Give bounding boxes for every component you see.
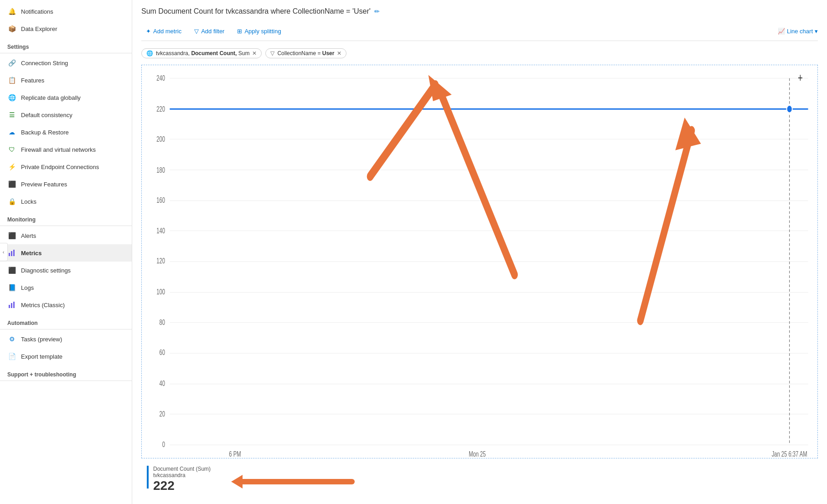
features-icon: 📋 <box>7 76 16 85</box>
chart-legend: Document Count (Sum) tvkcassandra 222 <box>141 462 818 497</box>
sidebar-item-label: Preview Features <box>21 181 67 188</box>
svg-rect-5 <box>13 302 15 308</box>
filter-chip-collection-close[interactable]: ✕ <box>337 50 341 57</box>
export-template-icon: 📄 <box>7 352 16 361</box>
legend-value: 222 <box>153 478 211 493</box>
svg-text:120: 120 <box>156 257 165 265</box>
sidebar-item-label: Metrics <box>21 250 42 257</box>
sidebar-item-label: Firewall and virtual networks <box>21 146 96 153</box>
svg-rect-0 <box>9 253 10 256</box>
toolbar-left: ✦ Add metric ▽ Add filter ⊞ Apply splitt… <box>141 26 286 37</box>
svg-text:140: 140 <box>156 227 165 235</box>
sidebar-item-default-consistency[interactable]: ☰ Default consistency <box>0 106 132 123</box>
metrics-classic-icon <box>7 300 16 309</box>
sidebar-item-locks[interactable]: 🔒 Locks <box>0 193 132 210</box>
legend-bar <box>147 466 149 489</box>
sidebar-item-alerts[interactable]: ⬛ Alerts <box>0 227 132 244</box>
svg-text:180: 180 <box>156 166 165 174</box>
filter-icon: ▽ <box>270 50 274 57</box>
sidebar-item-label: Connection String <box>21 60 68 67</box>
svg-line-42 <box>440 91 515 274</box>
svg-line-40 <box>370 85 435 176</box>
legend-arrow-annotation <box>224 466 361 493</box>
connection-string-icon: 🔗 <box>7 58 16 67</box>
sidebar-item-metrics[interactable]: Metrics <box>0 244 132 262</box>
sidebar-item-label: Logs <box>21 284 34 291</box>
sidebar-item-data-explorer[interactable]: 📦 Data Explorer <box>0 20 132 37</box>
sidebar-item-label: Tasks (preview) <box>21 336 62 343</box>
svg-text:0: 0 <box>162 441 165 448</box>
sidebar-item-features[interactable]: 📋 Features <box>0 72 132 89</box>
edit-title-icon[interactable]: ✏ <box>374 8 380 15</box>
sidebar-section-support: Support + troubleshooting <box>0 365 132 381</box>
sidebar-section-automation: Automation <box>0 314 132 329</box>
logs-icon: 📘 <box>7 283 16 292</box>
sidebar-item-label: Notifications <box>21 8 53 15</box>
chart-type-selector[interactable]: 📈 Line chart ▾ <box>778 28 818 35</box>
legend-info: Document Count (Sum) tvkcassandra 222 <box>153 466 211 493</box>
filter-chip-collection: ▽ CollectionName = User ✕ <box>265 48 346 58</box>
private-endpoint-icon: ⚡ <box>7 162 16 171</box>
metrics-icon <box>7 248 16 257</box>
filter-chip-metric-close[interactable]: ✕ <box>252 50 257 57</box>
svg-line-43 <box>641 131 692 321</box>
sidebar-item-firewall[interactable]: 🛡 Firewall and virtual networks <box>0 141 132 158</box>
chart-title: Sum Document Count for tvkcassandra wher… <box>141 7 818 15</box>
sidebar-item-export-template[interactable]: 📄 Export template <box>0 348 132 365</box>
sidebar-item-label: Private Endpoint Connections <box>21 164 99 170</box>
chart-title-text: Sum Document Count for tvkcassandra wher… <box>141 7 371 15</box>
sidebar-item-backup-restore[interactable]: ☁ Backup & Restore <box>0 123 132 141</box>
svg-text:6 PM: 6 PM <box>229 450 241 458</box>
sidebar-item-label: Alerts <box>21 232 36 239</box>
sidebar-item-label: Replicate data globally <box>21 94 81 101</box>
svg-rect-3 <box>9 305 10 308</box>
legend-source-label: tvkcassandra <box>153 472 211 478</box>
sidebar-item-label: Diagnostic settings <box>21 267 71 274</box>
svg-marker-46 <box>231 475 243 489</box>
svg-text:40: 40 <box>160 380 165 387</box>
sidebar-collapse-handle[interactable]: ‹ <box>0 243 8 261</box>
apply-splitting-button[interactable]: ⊞ Apply splitting <box>233 26 285 37</box>
add-filter-button[interactable]: ▽ Add filter <box>190 26 229 37</box>
tasks-preview-icon: ⚙ <box>7 334 16 344</box>
svg-marker-44 <box>675 118 701 150</box>
sidebar-item-label: Export template <box>21 353 62 360</box>
sidebar-item-connection-string[interactable]: 🔗 Connection String <box>0 54 132 72</box>
svg-rect-2 <box>13 250 15 256</box>
firewall-icon: 🛡 <box>7 145 16 154</box>
filter-chip-metric-text: tvkcassandra, Document Count, Sum <box>156 50 249 57</box>
sidebar-item-tasks-preview[interactable]: ⚙ Tasks (preview) <box>0 330 132 348</box>
sidebar-item-preview-features[interactable]: ⬛ Preview Features <box>0 175 132 193</box>
sidebar-item-label: Metrics (Classic) <box>21 302 65 309</box>
sidebar-item-label: Default consistency <box>21 112 72 118</box>
alerts-icon: ⬛ <box>7 231 16 240</box>
metric-chip-icon: 🌐 <box>146 50 153 57</box>
data-explorer-icon: 📦 <box>7 24 16 33</box>
sidebar-item-metrics-classic[interactable]: Metrics (Classic) <box>0 296 132 314</box>
chart-wrapper: 240 220 200 180 160 140 120 100 80 60 40… <box>141 65 818 458</box>
svg-text:Jan 25 6:37 AM: Jan 25 6:37 AM <box>772 450 807 458</box>
add-metric-button[interactable]: ✦ Add metric <box>141 26 186 37</box>
sidebar-item-private-endpoint[interactable]: ⚡ Private Endpoint Connections <box>0 158 132 175</box>
diagnostic-settings-icon: ⬛ <box>7 266 16 275</box>
backup-restore-icon: ☁ <box>7 128 16 137</box>
preview-features-icon: ⬛ <box>7 180 16 189</box>
sidebar-item-label: Locks <box>21 198 36 205</box>
svg-text:160: 160 <box>156 196 165 204</box>
legend-series-label: Document Count (Sum) <box>153 466 211 472</box>
chart-toolbar: ✦ Add metric ▽ Add filter ⊞ Apply splitt… <box>141 22 818 41</box>
filter-chip-collection-text: CollectionName = User <box>277 50 334 57</box>
replicate-data-icon: 🌐 <box>7 93 16 102</box>
chart-container: Sum Document Count for tvkcassandra wher… <box>132 0 827 504</box>
sidebar: 🔔 Notifications 📦 Data Explorer Settings… <box>0 0 132 504</box>
filter-bar: 🌐 tvkcassandra, Document Count, Sum ✕ ▽ … <box>141 46 818 61</box>
sidebar-item-logs[interactable]: 📘 Logs <box>0 279 132 296</box>
main-content: Sum Document Count for tvkcassandra wher… <box>132 0 827 504</box>
filter-chip-metric: 🌐 tvkcassandra, Document Count, Sum ✕ <box>141 48 262 58</box>
svg-text:80: 80 <box>160 319 165 327</box>
sidebar-item-label: Backup & Restore <box>21 129 69 136</box>
sidebar-item-replicate-data[interactable]: 🌐 Replicate data globally <box>0 89 132 106</box>
sidebar-item-diagnostic-settings[interactable]: ⬛ Diagnostic settings <box>0 262 132 279</box>
svg-text:20: 20 <box>160 411 165 418</box>
sidebar-item-notifications[interactable]: 🔔 Notifications <box>0 3 132 20</box>
